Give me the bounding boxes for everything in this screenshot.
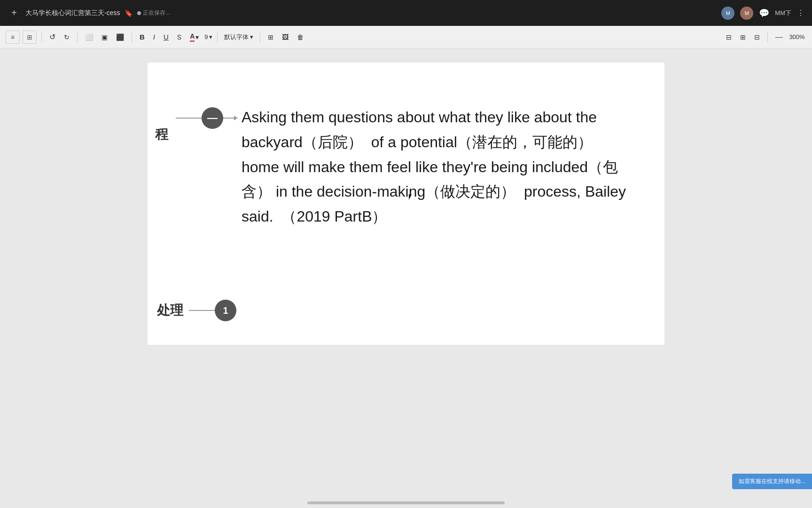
nav-label-chuli: 处理 [157,302,183,319]
font-selector-arrow: ▾ [250,33,253,40]
undo-icon: ↺ [49,32,55,41]
avatar-1[interactable]: M [721,7,734,20]
fit-button-2[interactable]: ⊞ [737,32,749,43]
font-selector-button[interactable]: 默认字体 ▾ [222,33,256,41]
underline-icon: U [164,33,169,41]
toolbar: ≡ ⊞ ↺ ↻ ⬜ ▣ ⬛ B I U S A ▾ 9 ▾ 默认字体 ▾ ⊞ [0,26,812,48]
fit-button-1[interactable]: ⊟ [723,32,734,43]
user-label: MM下 [775,9,791,17]
zoom-out-icon: — [775,33,783,41]
italic-button[interactable]: I [150,31,158,43]
divider-4 [217,32,218,43]
fit-icon-3: ⊟ [754,33,760,41]
shape-button[interactable]: ⬜ [82,32,96,43]
nav-item-cheng: 程 — [152,107,237,129]
fit-icon-2: ⊞ [740,33,746,41]
strikethrough-button[interactable]: S [174,32,184,43]
view-list-button[interactable]: ≡ [6,31,20,44]
view-grid-button[interactable]: ⊞ [23,31,37,44]
zoom-controls: — 300% [773,32,806,42]
nav-item-chuli: 处理 1 [157,300,236,321]
zoom-label: 300% [788,33,806,40]
saving-status: 正在保存... [137,9,170,17]
divider-2 [77,32,78,43]
font-color-dropdown[interactable]: ▾ [195,33,199,41]
bold-icon: B [140,33,145,41]
fit-icon-1: ⊟ [726,33,732,41]
bold-button[interactable]: B [137,31,148,43]
font-selector-label: 默认字体 [224,33,249,40]
horizontal-scrollbar[interactable] [307,501,505,504]
menu-dots[interactable]: ⋮ [797,8,804,17]
strikethrough-icon: S [177,33,181,41]
main-area: 程 — Asking them questions about what the… [0,48,812,508]
add-button[interactable]: + [8,7,21,20]
insert-table-icon: ⊞ [268,33,273,41]
delete-icon: 🗑 [297,33,304,41]
avatar-2[interactable]: M [740,7,753,20]
redo-icon: ↻ [64,33,70,41]
font-color-icon: A [190,32,195,42]
slide-container[interactable]: 程 — Asking them questions about what the… [148,63,664,345]
divider-1 [41,32,42,43]
top-bar: + 大马学长核心词汇营第三天-cess 🔖 正在保存... M M 💬 MM下 … [0,0,812,26]
bookmark-icon[interactable]: 🔖 [125,9,133,17]
zoom-out-button[interactable]: — [773,32,786,42]
frame-button[interactable]: ▣ [99,32,110,43]
nav-arrow-head-1 [234,116,238,120]
content-text: Asking them questions about what they li… [242,91,627,229]
redo-button[interactable]: ↻ [61,32,72,43]
font-size-label: 9 [204,33,208,40]
notification-badge[interactable]: 如需客服在线支持请移动... [732,474,812,489]
nav-circle-num: 1 [215,300,236,321]
fit-button-3[interactable]: ⊟ [751,32,763,43]
divider-5 [260,32,260,43]
font-size-button[interactable]: 9 ▾ [204,33,212,40]
nav-line-1 [176,118,202,119]
top-bar-right: M M 💬 MM下 ⋮ [721,7,804,20]
frame2-button[interactable]: ⬛ [113,32,127,43]
undo-button[interactable]: ↺ [47,31,58,43]
font-size-dropdown-arrow[interactable]: ▾ [209,33,212,40]
chat-icon[interactable]: 💬 [759,8,769,18]
divider-3 [132,32,132,43]
underline-button[interactable]: U [161,31,172,43]
nav-arrow-1 [223,118,237,119]
delete-button[interactable]: 🗑 [294,32,306,43]
saving-dot [137,11,141,15]
italic-icon: I [153,33,155,41]
doc-title: 大马学长核心词汇营第三天-cess [25,9,120,17]
nav-line-2 [189,310,215,311]
top-bar-left: + 大马学长核心词汇营第三天-cess 🔖 正在保存... [8,7,170,20]
notification-text: 如需客服在线支持请移动... [739,478,805,484]
font-color-button[interactable]: A ▾ [187,31,202,44]
insert-table-button[interactable]: ⊞ [265,32,276,43]
divider-6 [767,32,768,43]
nav-circle-minus: — [202,107,223,129]
insert-image-button[interactable]: 🖼 [279,32,291,43]
insert-image-icon: 🖼 [282,33,289,41]
